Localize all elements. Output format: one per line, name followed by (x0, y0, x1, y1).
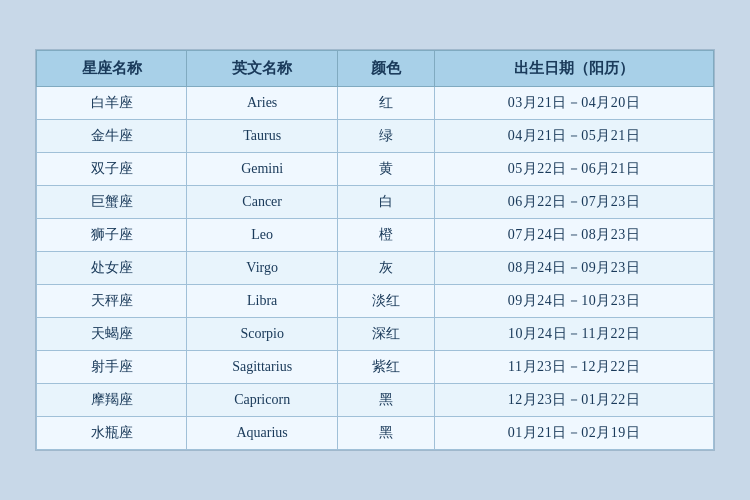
table-cell: 06月22日－07月23日 (435, 186, 714, 219)
table-cell: 04月21日－05月21日 (435, 120, 714, 153)
table-cell: 07月24日－08月23日 (435, 219, 714, 252)
table-cell: Cancer (187, 186, 337, 219)
table-row: 摩羯座Capricorn黑12月23日－01月22日 (37, 384, 714, 417)
table-row: 水瓶座Aquarius黑01月21日－02月19日 (37, 417, 714, 450)
table-row: 天蝎座Scorpio深红10月24日－11月22日 (37, 318, 714, 351)
table-cell: 狮子座 (37, 219, 187, 252)
table-cell: 白羊座 (37, 87, 187, 120)
table-cell: 处女座 (37, 252, 187, 285)
table-cell: Gemini (187, 153, 337, 186)
table-cell: 天蝎座 (37, 318, 187, 351)
table-row: 射手座Sagittarius紫红11月23日－12月22日 (37, 351, 714, 384)
table-cell: 双子座 (37, 153, 187, 186)
table-cell: 射手座 (37, 351, 187, 384)
table-cell: Libra (187, 285, 337, 318)
table-cell: Leo (187, 219, 337, 252)
table-cell: 黄 (337, 153, 434, 186)
table-cell: Capricorn (187, 384, 337, 417)
table-cell: Taurus (187, 120, 337, 153)
table-cell: 黑 (337, 384, 434, 417)
table-cell: Scorpio (187, 318, 337, 351)
table-row: 狮子座Leo橙07月24日－08月23日 (37, 219, 714, 252)
table-cell: 黑 (337, 417, 434, 450)
table-row: 巨蟹座Cancer白06月22日－07月23日 (37, 186, 714, 219)
table-cell: 巨蟹座 (37, 186, 187, 219)
col-header-color: 颜色 (337, 51, 434, 87)
table-cell: 橙 (337, 219, 434, 252)
table-cell: 灰 (337, 252, 434, 285)
table-cell: 03月21日－04月20日 (435, 87, 714, 120)
table-row: 金牛座Taurus绿04月21日－05月21日 (37, 120, 714, 153)
table-cell: 摩羯座 (37, 384, 187, 417)
table-cell: 白 (337, 186, 434, 219)
table-cell: 12月23日－01月22日 (435, 384, 714, 417)
table-cell: 天秤座 (37, 285, 187, 318)
zodiac-table: 星座名称 英文名称 颜色 出生日期（阳历） 白羊座Aries红03月21日－04… (36, 50, 714, 450)
table-cell: 水瓶座 (37, 417, 187, 450)
table-cell: Aquarius (187, 417, 337, 450)
table-cell: 绿 (337, 120, 434, 153)
table-row: 天秤座Libra淡红09月24日－10月23日 (37, 285, 714, 318)
table-cell: 10月24日－11月22日 (435, 318, 714, 351)
table-cell: 金牛座 (37, 120, 187, 153)
table-cell: 05月22日－06月21日 (435, 153, 714, 186)
table-cell: 09月24日－10月23日 (435, 285, 714, 318)
table-cell: Virgo (187, 252, 337, 285)
table-cell: Aries (187, 87, 337, 120)
table-cell: 08月24日－09月23日 (435, 252, 714, 285)
table-cell: 淡红 (337, 285, 434, 318)
table-cell: 11月23日－12月22日 (435, 351, 714, 384)
col-header-chinese-name: 星座名称 (37, 51, 187, 87)
table-header-row: 星座名称 英文名称 颜色 出生日期（阳历） (37, 51, 714, 87)
table-cell: 01月21日－02月19日 (435, 417, 714, 450)
table-cell: 紫红 (337, 351, 434, 384)
table-row: 处女座Virgo灰08月24日－09月23日 (37, 252, 714, 285)
zodiac-table-container: 星座名称 英文名称 颜色 出生日期（阳历） 白羊座Aries红03月21日－04… (35, 49, 715, 451)
col-header-date: 出生日期（阳历） (435, 51, 714, 87)
table-row: 双子座Gemini黄05月22日－06月21日 (37, 153, 714, 186)
table-cell: Sagittarius (187, 351, 337, 384)
col-header-english-name: 英文名称 (187, 51, 337, 87)
table-row: 白羊座Aries红03月21日－04月20日 (37, 87, 714, 120)
table-cell: 深红 (337, 318, 434, 351)
table-cell: 红 (337, 87, 434, 120)
